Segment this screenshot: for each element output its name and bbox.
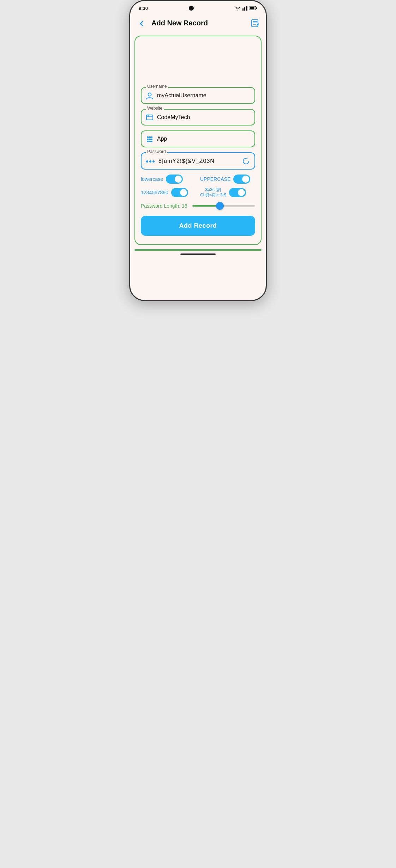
svg-rect-22	[151, 141, 152, 142]
username-value: myActualUsername	[157, 92, 250, 99]
lowercase-slider	[166, 175, 183, 184]
lowercase-toggle-row: lowercase	[141, 175, 196, 184]
password-input-row[interactable]: 8|umY2!${&V_Z03N	[141, 152, 255, 170]
password-length-slider[interactable]	[192, 205, 255, 207]
grid-icon	[146, 135, 154, 143]
person-icon	[146, 91, 154, 100]
username-field-wrapper: Username myActualUsername	[141, 87, 255, 104]
home-indicator	[180, 253, 216, 255]
phone-frame: 9:30	[129, 0, 267, 301]
svg-rect-1	[244, 7, 245, 11]
uppercase-slider	[233, 175, 250, 184]
signal-icon	[242, 6, 248, 11]
password-length-row: Password Length: 16	[141, 203, 255, 209]
password-value: 8|umY2!${&V_Z03N	[158, 158, 242, 164]
svg-rect-15	[149, 136, 151, 138]
status-bar: 9:30	[130, 1, 266, 14]
numbers-slider	[171, 188, 188, 197]
svg-rect-14	[147, 136, 149, 138]
wifi-icon	[235, 6, 241, 11]
status-icons	[235, 6, 257, 11]
top-bar: Add New Record	[130, 14, 266, 33]
svg-rect-3	[247, 6, 248, 11]
numbers-toggle[interactable]	[171, 188, 188, 197]
website-icon	[146, 113, 154, 122]
app-input-row[interactable]: App	[141, 130, 255, 147]
svg-rect-20	[147, 141, 149, 142]
svg-point-13	[149, 116, 149, 116]
status-time: 9:30	[139, 6, 148, 11]
battery-icon	[250, 6, 257, 10]
uppercase-toggle-row: UPPERCASE	[200, 175, 255, 184]
app-value: App	[157, 136, 250, 142]
svg-rect-21	[149, 141, 151, 142]
add-record-button[interactable]: Add Record	[141, 216, 255, 236]
lowercase-label: lowercase	[141, 176, 163, 182]
toggle-grid: lowercase UPPERCASE 1234567890	[141, 175, 255, 198]
special-toggle[interactable]	[229, 188, 246, 197]
svg-rect-6	[250, 7, 254, 10]
numbers-label: 1234567890	[141, 190, 168, 195]
svg-rect-5	[256, 7, 257, 9]
special-slider	[229, 188, 246, 197]
refresh-password-icon[interactable]	[242, 157, 250, 165]
website-input-row[interactable]: CodeMyTech	[141, 109, 255, 126]
svg-point-8	[148, 93, 151, 96]
main-card: Username myActualUsername Website	[134, 36, 262, 245]
logo-area	[141, 42, 255, 84]
svg-point-24	[149, 160, 151, 163]
svg-rect-2	[246, 6, 247, 11]
svg-rect-19	[151, 139, 152, 140]
front-camera-dot	[189, 6, 194, 11]
website-label: Website	[146, 106, 164, 111]
svg-rect-0	[242, 8, 244, 11]
password-field-wrapper: Password 8|umY2!${&V_Z03N	[141, 152, 255, 170]
uppercase-toggle[interactable]	[233, 175, 250, 184]
svg-point-23	[146, 160, 148, 163]
bottom-bar	[130, 251, 266, 261]
uppercase-label: UPPERCASE	[200, 176, 230, 182]
special-toggle-row: $p3c!@|Ch@r@c+3r$	[200, 187, 255, 198]
svg-point-12	[147, 116, 148, 116]
edit-icon-button[interactable]	[251, 18, 260, 27]
password-dots-icon	[146, 157, 155, 165]
password-length-label: Password Length: 16	[141, 203, 187, 209]
svg-rect-18	[149, 139, 151, 140]
page-title: Add New Record	[151, 19, 251, 27]
svg-point-25	[152, 160, 155, 163]
website-value: CodeMyTech	[157, 114, 250, 121]
svg-rect-17	[147, 139, 149, 140]
svg-rect-16	[151, 136, 152, 138]
username-label: Username	[146, 84, 168, 89]
back-button[interactable]	[136, 17, 147, 29]
numbers-toggle-row: 1234567890	[141, 187, 196, 198]
password-label: Password	[146, 149, 167, 154]
special-label: $p3c!@|Ch@r@c+3r$	[200, 187, 226, 198]
website-field-wrapper: Website CodeMyTech	[141, 109, 255, 126]
username-input-row[interactable]: myActualUsername	[141, 87, 255, 104]
lowercase-toggle[interactable]	[166, 175, 183, 184]
app-field-wrapper: App	[141, 130, 255, 147]
